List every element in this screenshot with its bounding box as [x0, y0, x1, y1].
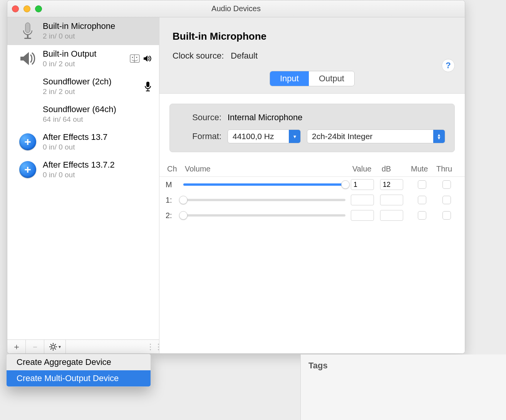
microphone-icon — [18, 21, 37, 40]
detail-body: Source: Internal Microphone Format: 4410… — [159, 93, 465, 353]
volume-slider[interactable] — [183, 210, 345, 220]
svg-rect-1 — [27, 35, 28, 38]
device-list: Built-in Microphone 2 in/ 0 out Built-in… — [7, 17, 159, 339]
device-item-ae-137[interactable]: + After Effects 13.7 0 in/ 0 out — [7, 128, 159, 156]
svg-line-15 — [55, 348, 56, 349]
device-item-ae-1372[interactable]: + After Effects 13.7.2 0 in/ 0 out — [7, 156, 159, 184]
db-input[interactable] — [380, 195, 403, 205]
device-io: 2 in/ 0 out — [43, 32, 154, 40]
device-sidebar: Built-in Microphone 2 in/ 0 out Built-in… — [7, 17, 159, 353]
resize-grip-icon[interactable]: ⋮⋮ — [150, 340, 159, 353]
thru-checkbox[interactable] — [442, 180, 451, 189]
mute-checkbox[interactable] — [418, 196, 426, 204]
device-io: 0 in/ 0 out — [43, 143, 154, 151]
svg-rect-3 — [130, 55, 139, 62]
source-value[interactable]: Internal Microphone — [228, 113, 302, 123]
volume-row-2: 2: — [159, 208, 465, 223]
volume-row-1: 1: — [159, 192, 465, 208]
channel-label: M — [166, 180, 183, 189]
titlebar[interactable]: Audio Devices — [7, 0, 465, 17]
format-panel: Source: Internal Microphone Format: 4410… — [169, 104, 455, 152]
clock-source-value[interactable]: Default — [231, 51, 258, 61]
svg-point-9 — [52, 345, 55, 348]
chevron-down-icon: ▾ — [59, 344, 61, 349]
speaker-output-icon — [143, 55, 151, 62]
svg-line-14 — [50, 344, 52, 345]
svg-rect-2 — [24, 38, 31, 39]
device-name: After Effects 13.7 — [43, 132, 154, 142]
thru-checkbox[interactable] — [442, 211, 451, 220]
svg-point-4 — [132, 57, 133, 58]
add-device-button[interactable]: ＋ — [7, 340, 26, 353]
col-volume: Volume — [183, 164, 351, 174]
volume-table: Ch Volume Value dB Mute Thru M — [159, 161, 465, 223]
audio-devices-window: Audio Devices Built-in Microphone — [7, 0, 465, 354]
sidebar-footer: ＋ － ▾ ⋮⋮ — [7, 339, 159, 353]
detail-device-name: Built-in Microphone — [173, 30, 452, 42]
db-input[interactable] — [380, 210, 403, 221]
svg-point-5 — [136, 57, 137, 58]
microphone-input-icon — [144, 81, 151, 91]
device-item-built-in-output[interactable]: Built-in Output 0 in/ 2 out — [7, 45, 159, 73]
clock-source-label: Clock source: — [173, 51, 224, 61]
device-item-soundflower-2ch[interactable]: Soundflower (2ch) 2 in/ 2 out — [7, 73, 159, 101]
volume-slider[interactable] — [183, 180, 345, 190]
sample-rate-value: 44100,0 Hz — [228, 132, 289, 141]
svg-rect-7 — [147, 89, 148, 91]
svg-rect-0 — [25, 23, 30, 33]
device-io: 0 in/ 2 out — [43, 60, 124, 68]
window-title: Audio Devices — [7, 4, 465, 13]
device-name: Built-in Microphone — [43, 21, 154, 31]
blank-icon — [18, 77, 37, 96]
svg-line-17 — [55, 344, 56, 345]
tab-output[interactable]: Output — [309, 71, 354, 86]
volume-slider[interactable] — [183, 195, 345, 205]
stepper-arrows-icon: ▲▼ — [433, 130, 445, 143]
value-input[interactable] — [351, 179, 374, 190]
bit-format-select[interactable]: 2ch-24bit Integer ▲▼ — [307, 129, 445, 143]
source-label: Source: — [179, 113, 221, 123]
menu-create-aggregate[interactable]: Create Aggregate Device — [7, 354, 151, 370]
col-ch: Ch — [166, 164, 183, 174]
tags-title: Tags — [308, 361, 498, 371]
io-tab-segmented: Input Output — [270, 71, 355, 86]
sample-rate-select[interactable]: 44100,0 Hz ▾ — [228, 129, 301, 143]
col-value: Value — [351, 164, 380, 174]
svg-line-16 — [50, 348, 52, 349]
mute-checkbox[interactable] — [418, 211, 426, 220]
blank-icon — [18, 104, 37, 124]
col-thru: Thru — [435, 164, 459, 174]
device-name: Built-in Output — [43, 49, 124, 59]
thru-checkbox[interactable] — [442, 196, 451, 204]
device-io: 0 in/ 0 out — [43, 171, 154, 179]
tab-input[interactable]: Input — [270, 71, 309, 86]
help-button[interactable]: ? — [442, 59, 455, 72]
volume-table-header: Ch Volume Value dB Mute Thru — [159, 161, 465, 177]
device-item-built-in-microphone[interactable]: Built-in Microphone 2 in/ 0 out — [7, 17, 159, 45]
value-input[interactable] — [351, 210, 374, 221]
volume-row-master: M — [159, 177, 465, 192]
gear-menu-button[interactable]: ▾ — [44, 340, 66, 353]
chevron-down-icon: ▾ — [289, 130, 300, 143]
finder-system-icon — [130, 54, 140, 63]
device-io: 64 in/ 64 out — [43, 115, 154, 124]
col-db: dB — [380, 164, 409, 174]
device-name: After Effects 13.7.2 — [43, 160, 154, 170]
bit-format-value: 2ch-24bit Integer — [307, 132, 433, 141]
speaker-icon — [18, 49, 37, 68]
svg-rect-8 — [146, 91, 150, 91]
db-input[interactable] — [380, 179, 403, 190]
device-name: Soundflower (2ch) — [43, 77, 139, 87]
menu-create-multi-output[interactable]: Create Multi-Output Device — [7, 370, 151, 386]
col-mute: Mute — [409, 164, 435, 174]
device-item-soundflower-64ch[interactable]: Soundflower (64ch) 64 in/ 64 out — [7, 101, 159, 128]
device-name: Soundflower (64ch) — [43, 104, 154, 114]
mute-checkbox[interactable] — [418, 180, 426, 189]
device-io: 2 in/ 2 out — [43, 87, 139, 96]
aggregate-plus-icon: + — [18, 160, 37, 179]
svg-rect-6 — [146, 82, 149, 87]
value-input[interactable] — [351, 195, 374, 205]
format-label: Format: — [179, 131, 221, 141]
remove-device-button[interactable]: － — [26, 340, 44, 353]
aggregate-plus-icon: + — [18, 132, 37, 151]
